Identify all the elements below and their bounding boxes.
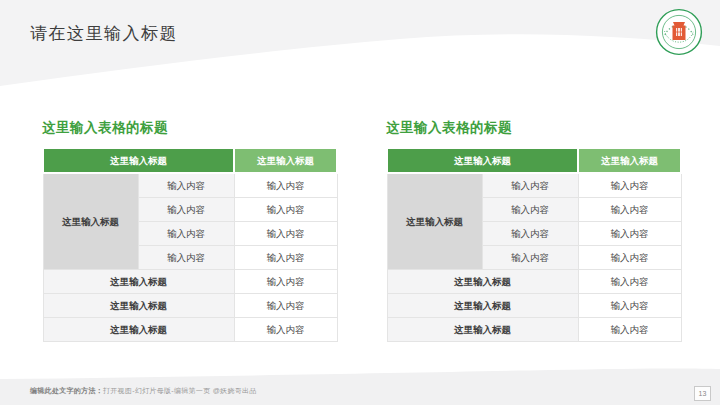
content-cell[interactable]: 输入内容 (482, 246, 578, 270)
table-header-row: 这里输入标题 这里输入标题 (43, 148, 337, 173)
table-block-left: 这里输入表格的标题 这里输入标题 这里输入标题 这里输入标题 输入内容 输入内容… (42, 119, 336, 342)
page-number-badge: 13 (694, 386, 711, 401)
content-cell[interactable]: 输入内容 (138, 173, 234, 198)
table-row: 这里输入标题 输入内容 (387, 270, 681, 294)
content-cell[interactable]: 输入内容 (578, 246, 681, 270)
content-cell[interactable]: 输入内容 (234, 318, 337, 342)
table-row: 这里输入标题 输入内容 (43, 270, 337, 294)
content-cell[interactable]: 输入内容 (578, 222, 681, 246)
table-row: 这里输入标题 输入内容 (43, 318, 337, 342)
slide-canvas: 请在这里输入标题 这里输入表格的标题 这里输入标题 这里输入标题 这里输入标题 … (0, 0, 720, 405)
row-label-cell[interactable]: 这里输入标题 (43, 270, 234, 294)
content-cell[interactable]: 输入内容 (482, 173, 578, 198)
row-label-cell[interactable]: 这里输入标题 (43, 294, 234, 318)
content-cell[interactable]: 输入内容 (234, 222, 337, 246)
header-cell-right[interactable]: 这里输入标题 (578, 148, 681, 173)
placeholder-table: 这里输入标题 这里输入标题 这里输入标题 输入内容 输入内容 输入内容 输入内容… (42, 147, 338, 342)
content-cell[interactable]: 输入内容 (138, 222, 234, 246)
content-cell[interactable]: 输入内容 (234, 270, 337, 294)
table-title[interactable]: 这里输入表格的标题 (42, 119, 336, 137)
row-label-cell[interactable]: 这里输入标题 (387, 270, 578, 294)
content-cell[interactable]: 输入内容 (578, 173, 681, 198)
footer-note-text: 打开视图-幻灯片母版-编辑第一页 @妖娆哥出品 (103, 387, 257, 394)
row-label-cell[interactable]: 这里输入标题 (387, 318, 578, 342)
table-header-row: 这里输入标题 这里输入标题 (387, 148, 681, 173)
top-wave-shape (0, 0, 720, 100)
table-row: 这里输入标题 输入内容 (43, 294, 337, 318)
row-group-label-cell[interactable]: 这里输入标题 (43, 173, 138, 270)
content-cell[interactable]: 输入内容 (578, 294, 681, 318)
header-cell-right[interactable]: 这里输入标题 (234, 148, 337, 173)
content-cell[interactable]: 输入内容 (138, 246, 234, 270)
table-row: 这里输入标题 输入内容 输入内容 (387, 173, 681, 198)
row-label-cell[interactable]: 这里输入标题 (43, 318, 234, 342)
university-emblem-icon (655, 8, 703, 56)
content-cell[interactable]: 输入内容 (578, 318, 681, 342)
footer-note: 编辑此处文字的方法：打开视图-幻灯片母版-编辑第一页 @妖娆哥出品 (30, 386, 257, 396)
table-row: 这里输入标题 输入内容 输入内容 (43, 173, 337, 198)
content-cell[interactable]: 输入内容 (234, 294, 337, 318)
content-cell[interactable]: 输入内容 (578, 198, 681, 222)
table-block-right: 这里输入表格的标题 这里输入标题 这里输入标题 这里输入标题 输入内容 输入内容… (386, 119, 680, 342)
content-cell[interactable]: 输入内容 (234, 198, 337, 222)
content-cell[interactable]: 输入内容 (482, 222, 578, 246)
row-group-label-cell[interactable]: 这里输入标题 (387, 173, 482, 270)
table-row: 这里输入标题 输入内容 (387, 318, 681, 342)
content-cell[interactable]: 输入内容 (482, 198, 578, 222)
placeholder-table: 这里输入标题 这里输入标题 这里输入标题 输入内容 输入内容 输入内容 输入内容… (386, 147, 682, 342)
content-cell[interactable]: 输入内容 (138, 198, 234, 222)
content-cell[interactable]: 输入内容 (578, 270, 681, 294)
header-cell-main[interactable]: 这里输入标题 (43, 148, 234, 173)
table-title[interactable]: 这里输入表格的标题 (386, 119, 680, 137)
content-cell[interactable]: 输入内容 (234, 173, 337, 198)
header-cell-main[interactable]: 这里输入标题 (387, 148, 578, 173)
content-cell[interactable]: 输入内容 (234, 246, 337, 270)
row-label-cell[interactable]: 这里输入标题 (387, 294, 578, 318)
footer-note-label: 编辑此处文字的方法： (30, 387, 103, 394)
table-row: 这里输入标题 输入内容 (387, 294, 681, 318)
slide-title-placeholder[interactable]: 请在这里输入标题 (30, 22, 178, 45)
bottom-wave-shape (0, 365, 720, 405)
